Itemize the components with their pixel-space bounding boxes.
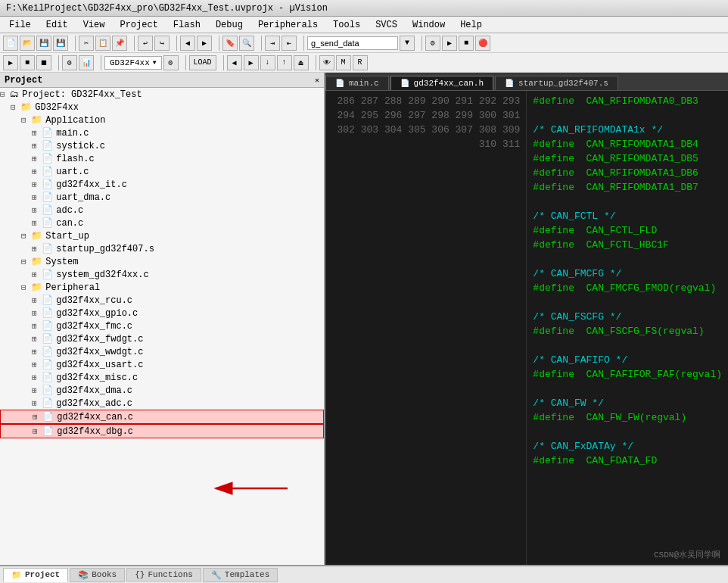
undo-btn[interactable]: ↩ [138,36,153,51]
tb2-btn3[interactable]: ⏹ [36,55,51,70]
new-btn[interactable]: 📄 [3,36,18,51]
chip-selector[interactable]: GD32F4xx ▼ [104,56,162,70]
watermark: CSDN@水吴同学啊 [654,549,720,560]
misc-btn1[interactable]: ⚙ [425,36,440,51]
bottom-tab-templates-tab[interactable]: 🔧Templates [203,568,278,582]
tree-item-flash-c[interactable]: ⊞ 📄flash.c [0,152,324,165]
menu-edit[interactable]: Edit [40,18,74,32]
redo-btn[interactable]: ↪ [154,36,170,51]
bottom-tab-icon: {} [135,570,145,579]
tree-item-gd32f4xx-it-c[interactable]: ⊞ 📄gd32f4xx_it.c [0,178,324,191]
tree-item-adc-c[interactable]: ⊞ 📄adc.c [0,204,324,217]
menu-file[interactable]: File [3,18,37,32]
tb2-btn5[interactable]: 📊 [79,55,94,70]
tree-item-can-drv-c[interactable]: ⊞ 📄gd32f4xx_can.c [0,410,324,424]
tab-main-c-tab[interactable]: 📄main.c [325,76,389,90]
paste-btn[interactable]: 📌 [112,36,127,51]
copy-btn[interactable]: 📋 [95,36,110,51]
save-all-btn[interactable]: 💾 [53,36,68,51]
menu-flash[interactable]: Flash [167,18,207,32]
tree-item-application[interactable]: ⊟ 📁Application [0,114,324,126]
reg-btn[interactable]: R [353,55,368,70]
panel-close-btn[interactable]: ✕ [315,76,319,85]
cut-btn[interactable]: ✂ [79,36,94,51]
save-btn[interactable]: 💾 [36,36,51,51]
tree-item-startup[interactable]: ⊟ 📁Start_up [0,229,324,242]
tree-item-dbg-c[interactable]: ⊞ 📄gd32f4xx_dbg.c [0,424,324,438]
menu-debug[interactable]: Debug [210,18,249,32]
tab-label: main.c [349,79,379,88]
tabs-bar: 📄main.c📄gd32f4xx_can.h📄startup_gd32f407.… [325,73,728,91]
tb2-btn4[interactable]: ⚙ [62,55,77,70]
nav-fwd-btn[interactable]: ▶ [197,36,212,51]
find-btn[interactable]: 🔍 [239,36,254,51]
tree-item-misc-c[interactable]: ⊞ 📄gd32f4xx_misc.c [0,371,324,384]
load-btn[interactable]: LOAD [189,55,216,70]
tree-item-wwdgt-c[interactable]: ⊞ 📄gd32f4xx_wwdgt.c [0,345,324,358]
tree-item-systick-c[interactable]: ⊞ 📄systick.c [0,139,324,152]
tree-item-gd32f4xx[interactable]: ⊟ 📁GD32F4xx [0,101,324,114]
menu-tools[interactable]: Tools [327,18,366,32]
tb2-btn7[interactable]: ▶ [244,55,259,70]
file-icon: 📄 [335,79,344,88]
menu-peripherals[interactable]: Peripherals [252,18,324,32]
project-tree[interactable]: ⊟ 🗂Project: GD32F4xx_Test⊟ 📁GD32F4xx⊟ 📁A… [0,88,324,565]
open-btn[interactable]: 📂 [20,36,35,51]
tb2-btn8[interactable]: ↓ [260,55,275,70]
tab-gd32f4xx-can-h-tab[interactable]: 📄gd32f4xx_can.h [390,76,493,90]
mem-btn[interactable]: M [336,55,351,70]
misc-btn2[interactable]: ▶ [442,36,457,51]
menu-project[interactable]: Project [114,18,163,32]
tb2-btn2[interactable]: ■ [20,55,35,70]
bottom-tab-icon: 🔧 [211,570,222,580]
tree-item-system-gd32f4xx-c[interactable]: ⊞ 📄system_gd32f4xx.c [0,268,324,281]
sep1 [71,36,76,51]
sep10 [182,55,186,70]
tree-item-adc-drv-c[interactable]: ⊞ 📄gd32f4xx_adc.c [0,397,324,410]
tree-item-proj-root[interactable]: ⊟ 🗂Project: GD32F4xx_Test [0,88,324,101]
tree-item-gpio-c[interactable]: ⊞ 📄gd32f4xx_gpio.c [0,307,324,320]
tree-item-usart-c[interactable]: ⊞ 📄gd32f4xx_usart.c [0,358,324,371]
sep8 [54,55,59,70]
chip-settings-btn[interactable]: ⚙ [163,55,179,70]
tree-item-can-c[interactable]: ⊞ 📄can.c [0,217,324,229]
tb2-btn10[interactable]: ⏏ [294,55,309,70]
bottom-tab-label: Project [25,570,60,579]
tree-item-system[interactable]: ⊟ 📁System [0,255,324,268]
tree-item-peripheral[interactable]: ⊟ 📁Peripheral [0,281,324,294]
menu-svcs[interactable]: SVCS [369,18,403,32]
tree-item-dma-c[interactable]: ⊞ 📄gd32f4xx_dma.c [0,384,324,397]
function-selector[interactable] [307,36,398,50]
watch-btn[interactable]: 👁 [319,55,334,70]
func-nav-btn[interactable]: ▼ [400,36,415,51]
misc-btn4[interactable]: 🔴 [475,36,490,51]
title-text: F:\KeilProject\GD32F4xx_pro\GD32F4xx_Tes… [6,3,328,14]
tree-item-fwdgt-c[interactable]: ⊞ 📄gd32f4xx_fwdgt.c [0,332,324,345]
tb2-btn6[interactable]: ◀ [227,55,242,70]
tree-item-fmc-c[interactable]: ⊞ 📄gd32f4xx_fmc.c [0,320,324,332]
tree-item-main-c[interactable]: ⊞ 📄main.c [0,126,324,139]
nav-back-btn[interactable]: ◀ [180,36,195,51]
tree-item-uart-c[interactable]: ⊞ 📄uart.c [0,165,324,178]
tree-item-uart-dma-c[interactable]: ⊞ 📄uart_dma.c [0,191,324,204]
menu-window[interactable]: Window [406,18,451,32]
bottom-tab-label: Templates [225,570,269,579]
tb2-btn9[interactable]: ↑ [277,55,292,70]
tree-item-startup-gd32f407-s[interactable]: ⊞ 📄startup_gd32f407.s [0,242,324,255]
menu-view[interactable]: View [77,18,111,32]
misc-btn3[interactable]: ■ [459,36,474,51]
tree-item-rcu-c[interactable]: ⊞ 📄gd32f4xx_rcu.c [0,294,324,307]
bottom-tab-functions-tab[interactable]: {}Functions [126,568,201,581]
bottom-tab-books-tab[interactable]: 📚Books [70,568,125,582]
unindent-btn[interactable]: ⇤ [282,36,297,51]
code-area[interactable]: 286 287 288 289 290 291 292 293 294 295 … [325,91,728,565]
code-content[interactable]: #define CAN_RFIFOMDATA0_DB3 /* CAN_RFIFO… [527,91,728,565]
chip-name: GD32F4xx [110,58,150,67]
bottom-tab-project-tab[interactable]: 📁Project [3,568,68,582]
bookmark-btn[interactable]: 🔖 [222,36,238,51]
tab-startup-tab[interactable]: 📄startup_gd32f407.s [495,76,618,90]
sep5 [257,36,262,51]
indent-btn[interactable]: ⇥ [265,36,280,51]
tb2-btn1[interactable]: ▶ [3,55,18,70]
menu-help[interactable]: Help [454,18,488,32]
